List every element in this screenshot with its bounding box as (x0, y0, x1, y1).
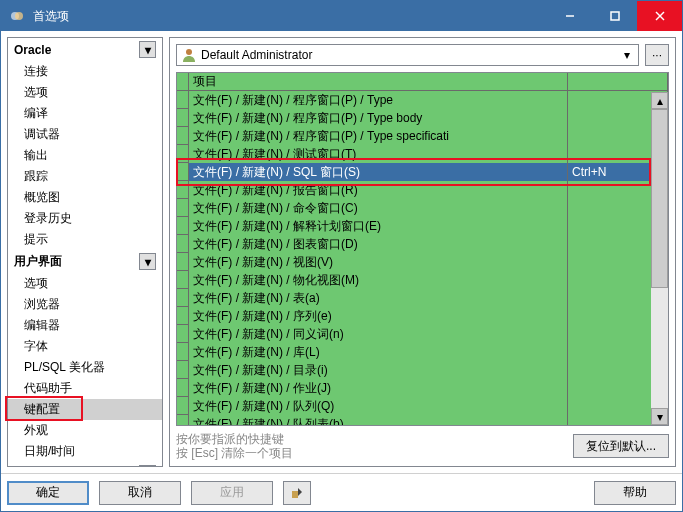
table-row[interactable]: 文件(F) / 新建(N) / 视图(V) (177, 253, 668, 271)
row-header (177, 199, 189, 217)
cell-project: 文件(F) / 新建(N) / 图表窗口(D) (189, 235, 568, 253)
sidebar-item[interactable]: 编译 (8, 103, 162, 124)
row-header (177, 271, 189, 289)
sidebar-item[interactable]: 日期/时间 (8, 441, 162, 462)
sidebar-section[interactable]: 用户界面▾ (8, 250, 162, 273)
row-header (177, 235, 189, 253)
table-row[interactable]: 文件(F) / 新建(N) / 程序窗口(P) / Type specifica… (177, 127, 668, 145)
svg-rect-3 (611, 12, 619, 20)
table-row[interactable]: 文件(F) / 新建(N) / 程序窗口(P) / Type (177, 91, 668, 109)
chevron-down-icon[interactable]: ▾ (139, 41, 156, 58)
sidebar-item[interactable]: 编辑器 (8, 315, 162, 336)
scroll-thumb[interactable] (651, 109, 668, 288)
table-row[interactable]: 文件(F) / 新建(N) / 命令窗口(C) (177, 199, 668, 217)
user-icon (181, 47, 197, 63)
sidebar-item[interactable]: 选项 (8, 273, 162, 294)
export-button[interactable] (283, 481, 311, 505)
preferences-window: 首选项 Oracle▾连接选项编译调试器输出跟踪概览图登录历史提示用户界面▾选项… (0, 0, 683, 512)
cancel-button[interactable]: 取消 (99, 481, 181, 505)
sidebar-item[interactable]: 选项 (8, 82, 162, 103)
column-header-shortcut[interactable] (568, 73, 668, 91)
sidebar-item[interactable]: 字体 (8, 336, 162, 357)
cell-project: 文件(F) / 新建(N) / 物化视图(M) (189, 271, 568, 289)
row-header (177, 91, 189, 109)
sidebar-section-label: Oracle (14, 43, 51, 57)
row-header (177, 289, 189, 307)
cell-project: 文件(F) / 新建(N) / 队列(Q) (189, 397, 568, 415)
cell-project: 文件(F) / 新建(N) / 序列(e) (189, 307, 568, 325)
column-header-project[interactable]: 项目 (189, 73, 568, 91)
table-row[interactable]: 文件(F) / 新建(N) / 作业(J) (177, 379, 668, 397)
table-row[interactable]: 文件(F) / 新建(N) / SQL 窗口(S)Ctrl+N (177, 163, 668, 181)
table-row[interactable]: 文件(F) / 新建(N) / 目录(i) (177, 361, 668, 379)
sidebar-item[interactable]: 提示 (8, 229, 162, 250)
row-header (177, 307, 189, 325)
svg-point-1 (15, 12, 23, 20)
vertical-scrollbar[interactable]: ▴ ▾ (651, 92, 668, 425)
table-row[interactable]: 文件(F) / 新建(N) / 程序窗口(P) / Type body (177, 109, 668, 127)
user-combo[interactable]: Default Administrator ▾ (176, 44, 639, 66)
chevron-down-icon[interactable]: ▾ (139, 465, 156, 467)
cell-project: 文件(F) / 新建(N) / 命令窗口(C) (189, 199, 568, 217)
table-row[interactable]: 文件(F) / 新建(N) / 队列表(b) (177, 415, 668, 425)
cell-project: 文件(F) / 新建(N) / SQL 窗口(S) (189, 163, 568, 181)
table-row[interactable]: 文件(F) / 新建(N) / 表(a) (177, 289, 668, 307)
sidebar-item[interactable]: 跟踪 (8, 166, 162, 187)
row-header (177, 397, 189, 415)
sidebar-section-label: 窗口类型 (14, 465, 62, 467)
table-row[interactable]: 文件(F) / 新建(N) / 队列(Q) (177, 397, 668, 415)
ok-button[interactable]: 确定 (7, 481, 89, 505)
sidebar-item[interactable]: 外观 (8, 420, 162, 441)
sidebar-item[interactable]: 代码助手 (8, 378, 162, 399)
table-row[interactable]: 文件(F) / 新建(N) / 解释计划窗口(E) (177, 217, 668, 235)
cell-project: 文件(F) / 新建(N) / 队列表(b) (189, 415, 568, 425)
maximize-button[interactable] (592, 1, 637, 31)
cell-project: 文件(F) / 新建(N) / 表(a) (189, 289, 568, 307)
row-header (177, 379, 189, 397)
hint-text: 按你要指派的快捷键 按 [Esc] 清除一个项目 (176, 432, 293, 460)
sidebar-item[interactable]: 浏览器 (8, 294, 162, 315)
table-row[interactable]: 文件(F) / 新建(N) / 测试窗口(T) (177, 145, 668, 163)
row-header (177, 325, 189, 343)
minimize-button[interactable] (547, 1, 592, 31)
ellipsis-icon: ··· (652, 48, 662, 62)
row-header (177, 415, 189, 425)
cell-project: 文件(F) / 新建(N) / 视图(V) (189, 253, 568, 271)
row-header (177, 127, 189, 145)
user-browse-button[interactable]: ··· (645, 44, 669, 66)
dialog-buttons: 确定 取消 应用 帮助 (1, 473, 682, 511)
apply-button[interactable]: 应用 (191, 481, 273, 505)
help-button[interactable]: 帮助 (594, 481, 676, 505)
sidebar-section[interactable]: 窗口类型▾ (8, 462, 162, 467)
cell-project: 文件(F) / 新建(N) / 测试窗口(T) (189, 145, 568, 163)
user-combo-text: Default Administrator (201, 48, 312, 62)
row-header (177, 361, 189, 379)
window-title: 首选项 (33, 8, 547, 25)
cell-project: 文件(F) / 新建(N) / 程序窗口(P) / Type specifica… (189, 127, 568, 145)
sidebar-item[interactable]: 概览图 (8, 187, 162, 208)
table-row[interactable]: 文件(F) / 新建(N) / 图表窗口(D) (177, 235, 668, 253)
sidebar-item[interactable]: PL/SQL 美化器 (8, 357, 162, 378)
chevron-down-icon: ▾ (620, 48, 634, 62)
table-row[interactable]: 文件(F) / 新建(N) / 序列(e) (177, 307, 668, 325)
cell-project: 文件(F) / 新建(N) / 库(L) (189, 343, 568, 361)
table-row[interactable]: 文件(F) / 新建(N) / 同义词(n) (177, 325, 668, 343)
cell-project: 文件(F) / 新建(N) / 程序窗口(P) / Type (189, 91, 568, 109)
scroll-down-icon[interactable]: ▾ (651, 408, 668, 425)
table-row[interactable]: 文件(F) / 新建(N) / 物化视图(M) (177, 271, 668, 289)
close-button[interactable] (637, 1, 682, 31)
row-header (177, 253, 189, 271)
sidebar-item[interactable]: 连接 (8, 61, 162, 82)
sidebar-item[interactable]: 登录历史 (8, 208, 162, 229)
sidebar-item[interactable]: 调试器 (8, 124, 162, 145)
titlebar: 首选项 (1, 1, 682, 31)
sidebar-section[interactable]: Oracle▾ (8, 38, 162, 61)
sidebar-item[interactable]: 键配置 (8, 399, 162, 420)
scroll-up-icon[interactable]: ▴ (651, 92, 668, 109)
sidebar-item[interactable]: 输出 (8, 145, 162, 166)
restore-defaults-button[interactable]: 复位到默认... (573, 434, 669, 458)
cell-project: 文件(F) / 新建(N) / 程序窗口(P) / Type body (189, 109, 568, 127)
chevron-down-icon[interactable]: ▾ (139, 253, 156, 270)
table-row[interactable]: 文件(F) / 新建(N) / 库(L) (177, 343, 668, 361)
table-row[interactable]: 文件(F) / 新建(N) / 报告窗口(R) (177, 181, 668, 199)
